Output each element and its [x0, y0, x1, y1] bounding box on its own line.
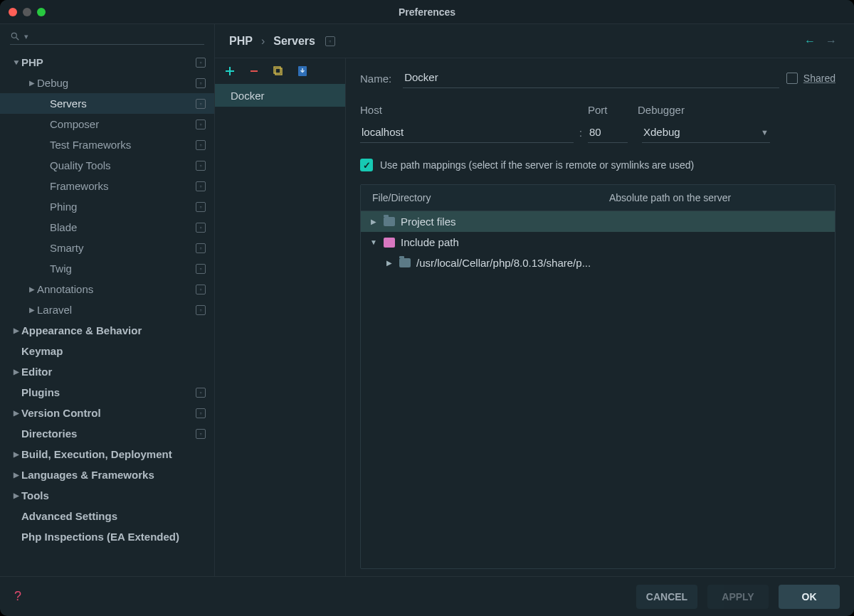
sidebar-item-blade[interactable]: Blade▫	[0, 217, 214, 238]
sidebar-item-composer[interactable]: Composer▫	[0, 114, 214, 134]
sidebar-item-label: Debug	[37, 77, 196, 89]
remove-icon[interactable]	[248, 65, 260, 78]
sidebar-item-version-control[interactable]: ▶Version Control▫	[0, 403, 214, 423]
project-badge-icon: ▫	[325, 36, 335, 46]
dialog-footer: ? CANCEL APPLY OK	[0, 576, 854, 616]
window-controls	[9, 8, 46, 16]
chevron-right-icon: ▶	[11, 409, 21, 417]
sidebar-item-phing[interactable]: Phing▫	[0, 196, 214, 217]
chevron-right-icon: ▶	[11, 492, 21, 499]
sidebar-item-label: Editor	[21, 366, 206, 378]
sidebar-item-label: Version Control	[21, 407, 196, 419]
col-absolute-path[interactable]: Absolute path on the server	[598, 185, 835, 211]
project-badge-icon: ▫	[196, 58, 206, 68]
import-icon[interactable]	[296, 65, 309, 78]
debugger-select[interactable]: Xdebug ▼	[642, 123, 770, 143]
sidebar-item-build-execution-deployment[interactable]: ▶Build, Execution, Deployment	[0, 444, 214, 464]
copy-icon[interactable]	[272, 65, 285, 78]
use-path-mappings-label: Use path mappings (select if the server …	[380, 159, 694, 171]
sidebar-item-servers[interactable]: Servers▫	[0, 93, 214, 114]
server-list-toolbar	[215, 58, 345, 84]
sidebar-item-advanced-settings[interactable]: Advanced Settings	[0, 506, 214, 526]
sidebar-item-php-inspections-ea-extended-[interactable]: Php Inspections (EA Extended)	[0, 526, 214, 547]
project-badge-icon: ▫	[196, 429, 206, 439]
svg-line-1	[16, 38, 19, 41]
sidebar-item-plugins[interactable]: Plugins▫	[0, 382, 214, 403]
forward-icon[interactable]: →	[826, 35, 837, 48]
port-input[interactable]	[588, 123, 628, 143]
sidebar-item-annotations[interactable]: ▶Annotations▫	[0, 279, 214, 299]
window-title: Preferences	[0, 6, 854, 18]
path-label: Include path	[401, 236, 459, 248]
sidebar-item-label: Tools	[21, 489, 206, 501]
name-input[interactable]	[403, 68, 779, 88]
path-mapping-row[interactable]: ▶/usr/local/Cellar/php/8.0.13/share/p...	[361, 253, 835, 273]
sidebar-item-debug[interactable]: ▶Debug▫	[0, 73, 214, 93]
sidebar-item-frameworks[interactable]: Frameworks▫	[0, 176, 214, 196]
chevron-right-icon: ›	[261, 35, 265, 48]
chevron-right-icon: ▶	[385, 259, 394, 267]
cancel-button[interactable]: CANCEL	[636, 585, 697, 609]
sidebar-item-label: Advanced Settings	[21, 510, 206, 522]
shared-checkbox[interactable]: Shared	[786, 73, 835, 84]
zoom-icon[interactable]	[37, 8, 46, 16]
chevron-right-icon: ▶	[11, 450, 21, 458]
close-icon[interactable]	[9, 8, 17, 16]
chevron-right-icon: ▶	[27, 306, 37, 314]
sidebar-item-laravel[interactable]: ▶Laravel▫	[0, 299, 214, 320]
sidebar-item-test-frameworks[interactable]: Test Frameworks▫	[0, 134, 214, 155]
absolute-path-cell[interactable]	[598, 211, 835, 232]
sidebar-item-smarty[interactable]: Smarty▫	[0, 238, 214, 258]
history-nav: ← →	[804, 35, 837, 48]
sidebar-item-keymap[interactable]: Keymap	[0, 341, 214, 361]
server-list-item[interactable]: Docker	[215, 84, 345, 107]
project-badge-icon: ▫	[196, 181, 206, 191]
sidebar-item-directories[interactable]: Directories▫	[0, 423, 214, 444]
search-input[interactable]: ▾	[10, 30, 204, 45]
chevron-right-icon: ▶	[11, 326, 21, 334]
sidebar-item-php[interactable]: ▼PHP▫	[0, 52, 214, 73]
apply-button[interactable]: APPLY	[707, 585, 769, 609]
add-icon[interactable]	[223, 65, 236, 78]
breadcrumb-root[interactable]: PHP	[229, 35, 253, 48]
project-badge-icon: ▫	[196, 99, 206, 109]
host-port-separator: :	[574, 127, 588, 139]
help-icon[interactable]: ?	[14, 589, 21, 604]
sidebar-item-label: Languages & Frameworks	[21, 469, 206, 481]
col-file-directory[interactable]: File/Directory	[361, 185, 598, 211]
chevron-down-icon: ▼	[369, 238, 378, 246]
sidebar-item-appearance-behavior[interactable]: ▶Appearance & Behavior	[0, 320, 214, 341]
sidebar-item-quality-tools[interactable]: Quality Tools▫	[0, 155, 214, 176]
ok-button[interactable]: OK	[779, 585, 840, 609]
svg-point-0	[11, 33, 16, 38]
project-badge-icon: ▫	[196, 285, 206, 294]
use-path-mappings-checkbox[interactable]: ✓ Use path mappings (select if the serve…	[360, 159, 835, 171]
titlebar[interactable]: Preferences	[0, 0, 854, 24]
path-mapping-row[interactable]: ▶Project files	[361, 211, 835, 232]
sidebar-item-languages-frameworks[interactable]: ▶Languages & Frameworks	[0, 464, 214, 485]
path-mapping-row[interactable]: ▼Include path	[361, 232, 835, 253]
chevron-down-icon: ▼	[11, 58, 23, 66]
absolute-path-cell[interactable]	[598, 232, 835, 253]
sidebar-item-editor[interactable]: ▶Editor	[0, 361, 214, 382]
chevron-right-icon: ▶	[27, 79, 37, 87]
project-badge-icon: ▫	[196, 243, 206, 253]
back-icon[interactable]: ←	[804, 35, 816, 48]
chevron-right-icon: ▶	[369, 218, 378, 225]
breadcrumb: PHP › Servers ▫	[229, 35, 335, 48]
path-label: /usr/local/Cellar/php/8.0.13/share/p...	[416, 257, 591, 269]
absolute-path-cell[interactable]	[598, 253, 835, 273]
sidebar-item-twig[interactable]: Twig▫	[0, 258, 214, 279]
breadcrumb-row: PHP › Servers ▫ ← →	[215, 24, 854, 58]
sidebar-item-label: Test Frameworks	[50, 139, 196, 151]
chevron-down-icon: ▼	[761, 128, 769, 137]
minimize-icon[interactable]	[23, 8, 31, 16]
sidebar-item-tools[interactable]: ▶Tools	[0, 485, 214, 506]
sidebar-item-label: Quality Tools	[50, 159, 196, 171]
debugger-label: Debugger	[638, 104, 773, 116]
search-icon	[10, 31, 20, 41]
project-badge-icon: ▫	[196, 78, 206, 88]
settings-sidebar: ▾ ▼PHP▫▶Debug▫Servers▫Composer▫Test Fram…	[0, 24, 215, 576]
sidebar-item-label: Php Inspections (EA Extended)	[21, 531, 206, 543]
host-input[interactable]	[360, 123, 574, 143]
